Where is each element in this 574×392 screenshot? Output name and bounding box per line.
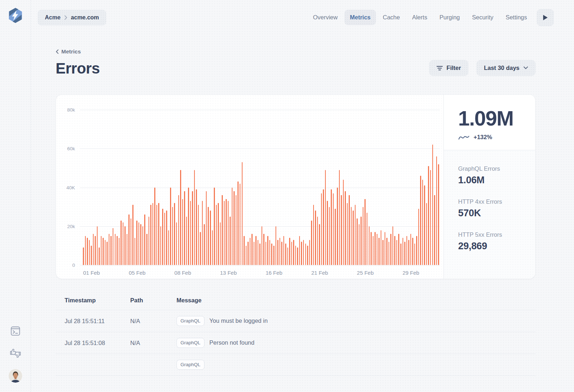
error-bar[interactable] — [99, 247, 100, 265]
error-bar[interactable] — [115, 234, 116, 265]
error-bar[interactable] — [250, 238, 251, 265]
error-bar[interactable] — [422, 180, 423, 265]
error-bar[interactable] — [355, 205, 356, 265]
error-bar[interactable] — [369, 226, 370, 265]
error-bar[interactable] — [357, 218, 358, 265]
nav-item-purging[interactable]: Purging — [434, 10, 465, 25]
table-row[interactable]: GraphQL — [56, 354, 536, 376]
error-bar[interactable] — [109, 234, 110, 265]
error-bar[interactable] — [289, 238, 290, 265]
error-bar[interactable] — [319, 224, 320, 265]
breadcrumb[interactable]: Acme acme.com — [38, 10, 106, 25]
error-bar[interactable] — [410, 234, 411, 265]
error-bar[interactable] — [335, 209, 336, 265]
error-bar[interactable] — [178, 195, 179, 265]
error-bar[interactable] — [428, 166, 429, 265]
nav-item-settings[interactable]: Settings — [500, 10, 532, 25]
back-link[interactable]: Metrics — [56, 48, 81, 55]
error-bar[interactable] — [396, 240, 397, 265]
error-bar[interactable] — [140, 224, 141, 265]
error-bar[interactable] — [254, 242, 255, 265]
error-bar[interactable] — [327, 201, 328, 265]
error-bar[interactable] — [222, 195, 223, 265]
error-bar[interactable] — [127, 234, 128, 265]
error-bar[interactable] — [259, 244, 260, 265]
error-bar[interactable] — [434, 195, 435, 265]
error-bar[interactable] — [194, 170, 195, 265]
error-bar[interactable] — [279, 238, 281, 265]
error-bar[interactable] — [382, 240, 384, 265]
error-bar[interactable] — [172, 207, 173, 265]
error-bar[interactable] — [135, 238, 136, 265]
nav-item-security[interactable]: Security — [467, 10, 499, 25]
error-bar[interactable] — [230, 217, 231, 265]
table-row[interactable]: Jul 28 15:51:11N/AGraphQLYou must be log… — [56, 310, 536, 332]
error-bar[interactable] — [385, 232, 386, 265]
error-bar[interactable] — [403, 238, 404, 265]
error-bar[interactable] — [101, 236, 102, 265]
error-bar[interactable] — [267, 236, 268, 265]
error-bar[interactable] — [93, 234, 94, 265]
error-bar[interactable] — [315, 211, 316, 265]
error-bar[interactable] — [339, 170, 340, 265]
feedback-button[interactable] — [9, 347, 22, 360]
error-bar[interactable] — [255, 236, 257, 265]
error-bar[interactable] — [168, 230, 169, 265]
error-bar[interactable] — [146, 234, 147, 265]
error-bar[interactable] — [418, 209, 419, 265]
breadcrumb-org[interactable]: Acme — [45, 14, 61, 21]
error-bar[interactable] — [218, 203, 219, 265]
date-range-select[interactable]: Last 30 days — [476, 60, 536, 76]
error-bar[interactable] — [420, 176, 421, 265]
error-bar[interactable] — [271, 244, 272, 265]
error-bar[interactable] — [333, 193, 334, 265]
error-bar[interactable] — [152, 203, 154, 265]
error-bar[interactable] — [196, 189, 197, 265]
error-bar[interactable] — [182, 199, 183, 265]
error-bar[interactable] — [214, 188, 215, 265]
error-bar[interactable] — [406, 236, 408, 265]
error-bar[interactable] — [426, 203, 427, 265]
error-bar[interactable] — [424, 185, 425, 265]
error-bar[interactable] — [404, 242, 405, 265]
error-bar[interactable] — [158, 203, 159, 265]
error-bar[interactable] — [377, 234, 378, 265]
error-bar[interactable] — [204, 224, 205, 265]
error-bar[interactable] — [131, 218, 132, 265]
error-bar[interactable] — [142, 226, 144, 265]
error-bar[interactable] — [242, 162, 243, 265]
error-bar[interactable] — [198, 205, 199, 265]
error-bar[interactable] — [236, 195, 237, 265]
error-bar[interactable] — [237, 181, 239, 265]
error-bar[interactable] — [361, 217, 362, 265]
error-bar[interactable] — [277, 240, 278, 265]
nav-item-metrics[interactable]: Metrics — [344, 10, 376, 25]
error-bar[interactable] — [162, 209, 163, 265]
error-bar[interactable] — [220, 222, 221, 265]
nav-item-overview[interactable]: Overview — [307, 10, 343, 25]
error-bar[interactable] — [119, 238, 120, 265]
error-bar[interactable] — [337, 188, 338, 265]
error-bar[interactable] — [341, 195, 342, 265]
error-bar[interactable] — [353, 211, 354, 265]
error-bar[interactable] — [166, 211, 167, 265]
terminal-button[interactable] — [9, 325, 22, 337]
error-bar[interactable] — [164, 213, 165, 265]
error-bar[interactable] — [386, 238, 387, 265]
error-bar[interactable] — [321, 193, 322, 265]
error-bar[interactable] — [85, 236, 86, 265]
error-bar[interactable] — [394, 236, 395, 265]
error-bar[interactable] — [375, 232, 376, 265]
error-bar[interactable] — [210, 211, 211, 265]
error-bar[interactable] — [281, 242, 282, 265]
error-bar[interactable] — [216, 205, 217, 265]
error-bar[interactable] — [123, 222, 124, 265]
error-bar[interactable] — [285, 244, 286, 265]
error-bar[interactable] — [378, 238, 380, 265]
error-bar[interactable] — [224, 201, 225, 265]
error-bar[interactable] — [273, 246, 274, 265]
error-bar[interactable] — [351, 207, 352, 265]
error-bar[interactable] — [436, 156, 437, 265]
error-bar[interactable] — [176, 222, 177, 265]
error-bar[interactable] — [156, 205, 157, 265]
